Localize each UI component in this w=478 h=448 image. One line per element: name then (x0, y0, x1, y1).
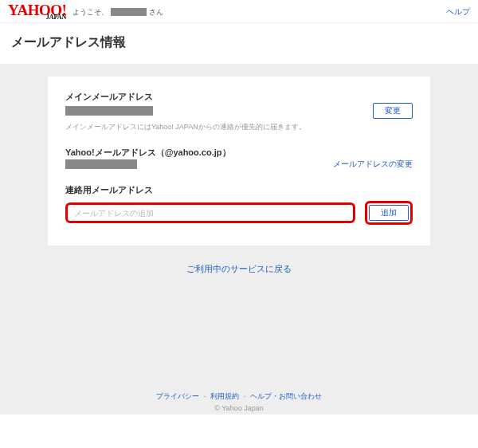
greeting-prefix: ようこそ、 (72, 7, 108, 18)
footer-sep: - (203, 392, 206, 400)
greeting-username-masked (111, 8, 147, 16)
footer: プライバシー - 利用規約 - ヘルプ・お問い合わせ © Yahoo Japan (0, 391, 478, 412)
main-email-value-masked (65, 106, 153, 116)
back-to-service-link[interactable]: ご利用中のサービスに戻る (186, 264, 292, 273)
greeting: ようこそ、 さん (72, 7, 163, 18)
change-yahoo-email-link[interactable]: メールアドレスの変更 (333, 159, 413, 170)
main-email-section: メインメールアドレス 変更 メインメールアドレスにはYahoo! JAPANから… (65, 91, 413, 132)
add-button-highlight: 追加 (365, 201, 413, 225)
add-contact-email-button[interactable]: 追加 (369, 205, 409, 221)
main-email-title: メインメールアドレス (65, 91, 413, 103)
help-link[interactable]: ヘルプ (446, 6, 470, 18)
yahoo-logo[interactable]: YAHOO! JAPAN (8, 5, 66, 19)
footer-sep: - (244, 392, 246, 400)
content-area: メインメールアドレス 変更 メインメールアドレスにはYahoo! JAPANから… (0, 64, 478, 415)
privacy-link[interactable]: プライバシー (156, 392, 199, 400)
header-left: YAHOO! JAPAN ようこそ、 さん (8, 5, 163, 19)
main-email-desc: メインメールアドレスにはYahoo! JAPANからの連絡が優先的に届きます。 (65, 122, 413, 132)
copyright: © Yahoo Japan (0, 404, 478, 412)
contact-email-input[interactable] (65, 202, 355, 223)
contact-email-title: 連絡用メールアドレス (65, 184, 413, 196)
yahoo-email-title: Yahoo!メールアドレス（@yahoo.co.jp） (65, 147, 413, 159)
header: YAHOO! JAPAN ようこそ、 さん ヘルプ (0, 0, 478, 23)
back-link-container: ご利用中のサービスに戻る (0, 246, 478, 293)
terms-link[interactable]: 利用規約 (210, 392, 239, 400)
yahoo-email-value-masked (65, 159, 137, 169)
yahoo-email-section: Yahoo!メールアドレス（@yahoo.co.jp） メールアドレスの変更 (65, 147, 413, 170)
greeting-suffix: さん (149, 7, 163, 18)
page-title: メールアドレス情報 (0, 23, 478, 64)
change-main-email-button[interactable]: 変更 (373, 103, 413, 119)
help-contact-link[interactable]: ヘルプ・お問い合わせ (250, 392, 322, 400)
contact-email-section: 連絡用メールアドレス 追加 (65, 184, 413, 225)
email-panel: メインメールアドレス 変更 メインメールアドレスにはYahoo! JAPANから… (48, 77, 430, 246)
